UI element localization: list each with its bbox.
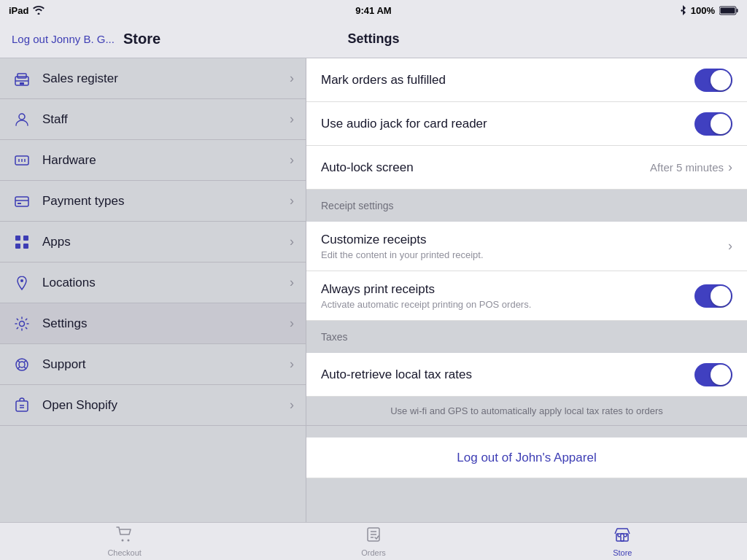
locations-chevron: › bbox=[290, 275, 294, 290]
sidebar-item-sales-register[interactable]: Sales register › bbox=[0, 58, 306, 99]
battery-icon bbox=[719, 6, 738, 15]
status-bar: iPad 9:41 AM 100% bbox=[0, 0, 747, 20]
settings-icon bbox=[12, 314, 32, 334]
settings-content: Mark orders as fulfilled Use audio jack … bbox=[306, 58, 747, 522]
sidebar-item-settings[interactable]: Settings › bbox=[0, 303, 306, 344]
header-title: Settings bbox=[347, 31, 399, 47]
customize-receipts-title: Customize receipts bbox=[321, 233, 728, 247]
sidebar-item-open-shopify[interactable]: Open Shopify › bbox=[0, 385, 306, 426]
header-store-label: Store bbox=[123, 31, 160, 47]
open-shopify-chevron: › bbox=[290, 397, 294, 413]
sidebar-item-apps[interactable]: Apps › bbox=[0, 222, 306, 262]
taxes-header-label: Taxes bbox=[321, 331, 348, 343]
receipt-header-label: Receipt settings bbox=[321, 200, 394, 211]
logout-row[interactable]: Log out of John's Apparel bbox=[306, 438, 747, 478]
tab-store[interactable]: Store bbox=[498, 523, 747, 560]
always-print-toggle-knob bbox=[711, 286, 731, 306]
logout-row-label: Log out of John's Apparel bbox=[457, 451, 596, 465]
taxes-section-header: Taxes bbox=[306, 321, 747, 353]
main-layout: Sales register › Staff › bbox=[0, 58, 747, 522]
svg-point-20 bbox=[20, 321, 25, 326]
orders-tab-label: Orders bbox=[361, 548, 386, 557]
audio-jack-toggle[interactable] bbox=[694, 112, 732, 136]
auto-retrieve-label: Auto-retrieve local tax rates bbox=[321, 368, 694, 382]
status-time: 9:41 AM bbox=[355, 5, 391, 16]
svg-rect-1 bbox=[737, 9, 738, 12]
svg-rect-17 bbox=[15, 244, 20, 249]
customize-receipts-subtitle: Edit the content in your printed receipt… bbox=[321, 249, 728, 260]
settings-label: Settings bbox=[42, 316, 290, 331]
svg-line-24 bbox=[24, 367, 26, 369]
staff-chevron: › bbox=[290, 112, 294, 127]
svg-point-31 bbox=[127, 539, 129, 541]
auto-retrieve-toggle-knob bbox=[711, 365, 731, 385]
app-header: Log out Jonny B. G... Store Settings bbox=[0, 20, 747, 58]
svg-rect-6 bbox=[20, 82, 24, 85]
svg-point-7 bbox=[19, 114, 25, 120]
svg-rect-12 bbox=[15, 197, 28, 206]
mark-orders-toggle-knob bbox=[711, 70, 731, 90]
store-icon bbox=[614, 526, 630, 547]
battery-label: 100% bbox=[691, 5, 715, 16]
location-icon bbox=[12, 273, 32, 293]
auto-lock-row[interactable]: Auto-lock screen After 5 minutes › bbox=[306, 146, 747, 190]
payment-types-label: Payment types bbox=[42, 194, 290, 209]
svg-rect-4 bbox=[18, 74, 26, 78]
support-chevron: › bbox=[290, 357, 294, 372]
wifi-icon bbox=[33, 6, 44, 15]
customize-receipts-chevron: › bbox=[728, 238, 732, 254]
bluetooth-icon bbox=[679, 5, 686, 15]
always-print-row: Always print receipts Activate automatic… bbox=[306, 271, 747, 321]
locations-label: Locations bbox=[42, 276, 290, 290]
customize-receipts-row[interactable]: Customize receipts Edit the content in y… bbox=[306, 222, 747, 271]
spacer bbox=[306, 426, 747, 438]
payment-types-chevron: › bbox=[290, 193, 294, 209]
header-left: Log out Jonny B. G... Store bbox=[0, 31, 306, 47]
header-center: Settings bbox=[306, 31, 441, 47]
sidebar: Sales register › Staff › bbox=[0, 58, 306, 522]
payment-icon bbox=[12, 191, 32, 211]
sidebar-item-support[interactable]: Support › bbox=[0, 344, 306, 385]
shopify-icon bbox=[12, 395, 32, 416]
sales-register-label: Sales register bbox=[42, 71, 290, 86]
sidebar-item-staff[interactable]: Staff › bbox=[0, 99, 306, 140]
logout-header-button[interactable]: Log out Jonny B. G... bbox=[12, 33, 115, 45]
auto-lock-label: Auto-lock screen bbox=[321, 160, 650, 175]
register-icon bbox=[12, 69, 32, 89]
tab-bar: Checkout Orders Store bbox=[0, 522, 747, 560]
store-tab-label: Store bbox=[613, 548, 632, 557]
sidebar-item-payment-types[interactable]: Payment types › bbox=[0, 181, 306, 222]
always-print-subtitle: Activate automatic receipt printing on P… bbox=[321, 299, 694, 310]
staff-label: Staff bbox=[42, 112, 290, 127]
apps-label: Apps bbox=[42, 235, 290, 249]
cart-icon bbox=[116, 526, 133, 547]
ipad-label: iPad bbox=[9, 5, 28, 16]
svg-point-30 bbox=[121, 539, 123, 541]
mark-orders-row: Mark orders as fulfilled bbox=[306, 58, 747, 102]
auto-retrieve-toggle[interactable] bbox=[694, 363, 732, 386]
support-icon bbox=[12, 354, 32, 375]
mark-orders-toggle[interactable] bbox=[694, 69, 732, 92]
svg-rect-27 bbox=[16, 401, 28, 411]
orders-icon bbox=[365, 526, 382, 547]
staff-icon bbox=[12, 109, 32, 130]
sidebar-item-locations[interactable]: Locations › bbox=[0, 262, 306, 303]
tab-checkout[interactable]: Checkout bbox=[0, 523, 249, 560]
always-print-toggle[interactable] bbox=[694, 284, 732, 308]
auto-lock-chevron: › bbox=[728, 160, 732, 175]
svg-line-25 bbox=[24, 360, 26, 362]
hardware-label: Hardware bbox=[42, 153, 290, 168]
svg-point-19 bbox=[20, 279, 23, 282]
status-left: iPad bbox=[9, 5, 44, 16]
sales-register-chevron: › bbox=[290, 71, 294, 86]
auto-lock-value: After 5 minutes bbox=[650, 161, 724, 174]
svg-rect-2 bbox=[721, 7, 735, 13]
auto-retrieve-info: Use wi-fi and GPS to automatically apply… bbox=[306, 397, 747, 426]
svg-line-26 bbox=[18, 367, 20, 369]
status-right: 100% bbox=[679, 5, 738, 16]
tab-orders[interactable]: Orders bbox=[249, 523, 498, 560]
always-print-title: Always print receipts bbox=[321, 282, 694, 297]
apps-chevron: › bbox=[290, 234, 294, 249]
sidebar-item-hardware[interactable]: Hardware › bbox=[0, 140, 306, 181]
open-shopify-label: Open Shopify bbox=[42, 398, 290, 413]
